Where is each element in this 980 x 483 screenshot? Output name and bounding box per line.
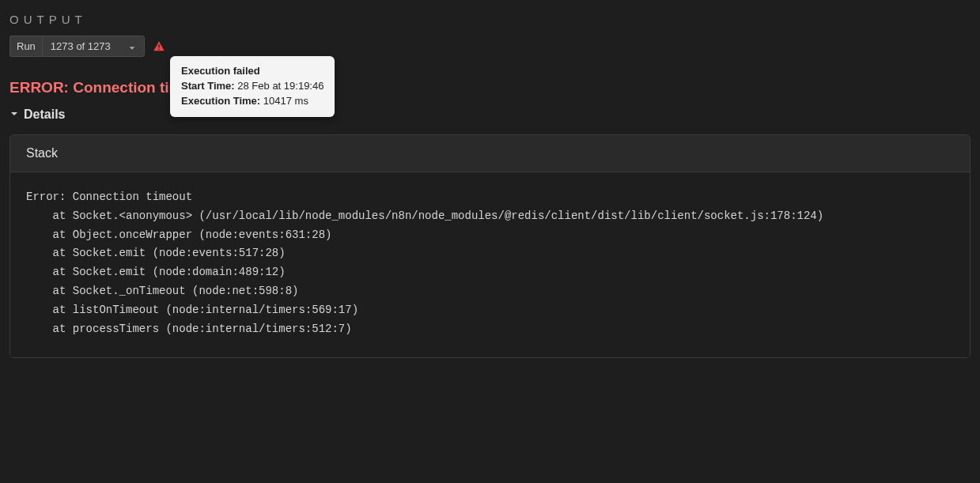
- tooltip-exec-value: 10417 ms: [263, 95, 308, 107]
- stack-panel: Stack Error: Connection timeout at Socke…: [9, 134, 971, 358]
- details-label: Details: [24, 108, 65, 122]
- svg-rect-1: [158, 48, 159, 49]
- stack-header: Stack: [10, 135, 970, 172]
- run-button[interactable]: Run: [9, 36, 42, 57]
- tooltip-exec-label: Execution Time:: [181, 95, 260, 107]
- output-header: OUTPUT: [0, 0, 980, 26]
- execution-tooltip: Execution failed Start Time: 28 Feb at 1…: [170, 56, 335, 117]
- stack-body: Error: Connection timeout at Socket.<ano…: [10, 172, 970, 357]
- error-title: ERROR: Connection timeout: [0, 57, 980, 96]
- tooltip-start-label: Start Time:: [181, 80, 235, 92]
- tooltip-start-value: 28 Feb at 19:19:46: [237, 80, 324, 92]
- run-value: 1273 of 1273: [51, 40, 111, 52]
- output-title: OUTPUT: [9, 13, 971, 26]
- controls-row: Run 1273 of 1273 Execution failed Start …: [0, 26, 980, 57]
- run-selector[interactable]: 1273 of 1273: [42, 36, 145, 57]
- details-toggle[interactable]: Details: [0, 96, 980, 122]
- chevron-down-icon: [128, 43, 136, 51]
- run-controls: Run 1273 of 1273: [9, 36, 145, 57]
- warning-icon: [153, 40, 165, 53]
- chevron-down-icon: [9, 108, 19, 122]
- svg-rect-0: [158, 44, 159, 47]
- tooltip-title: Execution failed: [181, 65, 260, 77]
